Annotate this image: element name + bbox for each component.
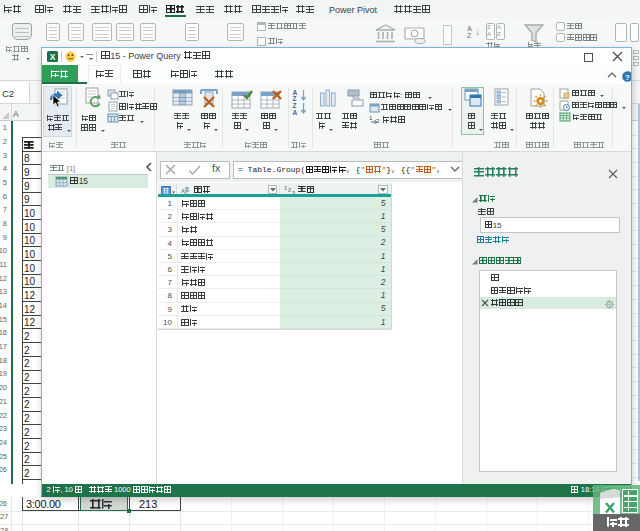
svg-text:X: X: [49, 52, 55, 62]
svg-text:?: ?: [625, 73, 630, 82]
